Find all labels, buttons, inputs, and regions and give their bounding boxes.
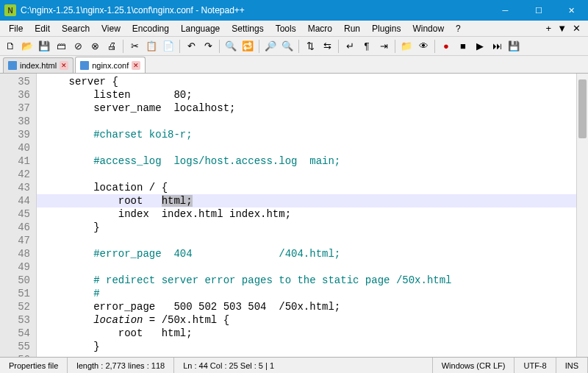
code-line[interactable]: # redirect server error pages to the sta…: [44, 274, 576, 287]
line-number: 54: [0, 327, 30, 340]
line-number: 42: [0, 168, 30, 181]
redo-icon[interactable]: ↷: [201, 39, 215, 54]
wrap-icon[interactable]: ↵: [343, 39, 357, 54]
menu-tools[interactable]: Tools: [270, 22, 302, 35]
code-line[interactable]: [44, 260, 576, 274]
x-icon[interactable]: ✕: [573, 23, 581, 34]
record-icon[interactable]: ●: [439, 39, 453, 54]
close-tab-icon[interactable]: ✕: [60, 61, 68, 70]
status-encoding[interactable]: UTF-8: [514, 358, 556, 373]
open-file-icon[interactable]: 📂: [20, 39, 35, 54]
down-triangle-icon[interactable]: ▼: [557, 23, 567, 34]
play-multi-icon[interactable]: ⏭: [490, 39, 504, 54]
code-line[interactable]: location = /50x.html {: [44, 313, 576, 327]
code-line[interactable]: root html;: [37, 194, 576, 207]
code-line[interactable]: [44, 234, 576, 247]
maximize-button[interactable]: ☐: [522, 0, 555, 21]
code-line[interactable]: listen 80;: [44, 88, 576, 102]
line-number: 56: [0, 353, 30, 357]
print-icon[interactable]: 🖨: [104, 39, 119, 54]
code-editor[interactable]: server { listen 80; server_name localhos…: [37, 74, 576, 357]
replace-icon[interactable]: 🔁: [240, 39, 255, 54]
minimize-button[interactable]: ─: [489, 0, 522, 21]
paste-icon[interactable]: 📄: [161, 39, 176, 54]
menu-search[interactable]: Search: [56, 22, 96, 35]
code-line[interactable]: #access_log logs/host.access.log main;: [44, 154, 576, 168]
undo-icon[interactable]: ↶: [184, 39, 198, 54]
code-line[interactable]: [44, 115, 576, 128]
code-line[interactable]: #error_page 404 /404.html;: [44, 247, 576, 260]
save-all-icon[interactable]: 🗃: [54, 39, 68, 54]
sync-h-icon[interactable]: ⇆: [320, 39, 334, 54]
menu-language[interactable]: Language: [175, 22, 226, 35]
menu-encoding[interactable]: Encoding: [126, 22, 175, 35]
cut-icon[interactable]: ✂: [127, 39, 142, 54]
status-eol[interactable]: Windows (CR LF): [433, 358, 515, 373]
menu-edit[interactable]: Edit: [29, 22, 56, 35]
menu-file[interactable]: File: [3, 22, 29, 35]
separator: [179, 40, 180, 53]
menu-plugins[interactable]: Plugins: [366, 22, 406, 35]
separator: [259, 40, 259, 53]
zoom-out-icon[interactable]: 🔍: [280, 39, 295, 54]
menu-view[interactable]: View: [96, 22, 126, 35]
line-number: 55: [0, 340, 30, 353]
vertical-scrollbar[interactable]: [576, 74, 588, 357]
plus-icon[interactable]: +: [546, 23, 552, 34]
line-number: 35: [0, 75, 30, 88]
new-file-icon[interactable]: 🗋: [3, 39, 18, 54]
code-line[interactable]: }: [44, 340, 576, 353]
stop-icon[interactable]: ■: [456, 39, 470, 54]
close-button[interactable]: ✕: [555, 0, 588, 21]
save-icon[interactable]: 💾: [37, 39, 51, 54]
menu-help[interactable]: ?: [450, 22, 467, 35]
code-line[interactable]: root html;: [44, 327, 576, 340]
code-line[interactable]: server_name localhost;: [44, 102, 576, 115]
code-line[interactable]: [44, 141, 576, 154]
code-line[interactable]: #: [44, 287, 576, 300]
window-title: C:\nginx-1.25.1\nginx-1.25.1\conf\nginx.…: [21, 5, 489, 15]
code-line[interactable]: [44, 168, 576, 181]
line-number: 39: [0, 128, 30, 141]
copy-icon[interactable]: 📋: [144, 39, 159, 54]
app-icon: N: [4, 4, 16, 16]
monitor-icon[interactable]: 👁: [416, 39, 431, 54]
line-number: 37: [0, 102, 30, 115]
menu-macro[interactable]: Macro: [302, 22, 338, 35]
tab-index-html[interactable]: index.html ✕: [3, 57, 74, 73]
code-line[interactable]: server {: [44, 75, 576, 88]
find-icon[interactable]: 🔍: [223, 39, 238, 54]
play-icon[interactable]: ▶: [473, 39, 487, 54]
code-line[interactable]: }: [44, 221, 576, 234]
tab-nginx-conf[interactable]: nginx.conf ✕: [75, 57, 146, 73]
menu-window[interactable]: Window: [406, 22, 450, 35]
scrollbar-thumb[interactable]: [578, 79, 587, 138]
close-all-icon[interactable]: ⊗: [87, 39, 102, 54]
line-number: 40: [0, 141, 30, 154]
folder-icon[interactable]: 📁: [399, 39, 414, 54]
save-macro-icon[interactable]: 💾: [506, 39, 521, 54]
close-file-icon[interactable]: ⊘: [71, 39, 85, 54]
code-line[interactable]: error_page 500 502 503 504 /50x.html;: [44, 300, 576, 313]
line-number-gutter: 3536373839404142434445464748495051525354…: [0, 74, 37, 357]
status-position: Ln : 44 Col : 25 Sel : 5 | 1: [174, 358, 433, 373]
menu-settings[interactable]: Settings: [226, 22, 269, 35]
code-line[interactable]: #charset koi8-r;: [44, 128, 576, 141]
tabbar: index.html ✕ nginx.conf ✕: [0, 56, 588, 74]
line-number: 36: [0, 88, 30, 102]
menu-run[interactable]: Run: [338, 22, 366, 35]
indent-icon[interactable]: ⇥: [376, 39, 391, 54]
close-tab-icon[interactable]: ✕: [132, 61, 140, 70]
line-number: 49: [0, 260, 30, 274]
statusbar: Properties file length : 2,773 lines : 1…: [0, 357, 588, 373]
status-insert-mode[interactable]: INS: [556, 358, 588, 373]
code-line[interactable]: location / {: [44, 181, 576, 194]
line-number: 44: [0, 194, 30, 207]
editor-area: 3536373839404142434445464748495051525354…: [0, 74, 588, 357]
code-line[interactable]: [44, 353, 576, 357]
status-filetype: Properties file: [0, 358, 68, 373]
zoom-in-icon[interactable]: 🔎: [263, 39, 278, 54]
all-chars-icon[interactable]: ¶: [359, 39, 374, 54]
code-line[interactable]: index index.html index.htm;: [44, 207, 576, 221]
sync-v-icon[interactable]: ⇅: [303, 39, 318, 54]
